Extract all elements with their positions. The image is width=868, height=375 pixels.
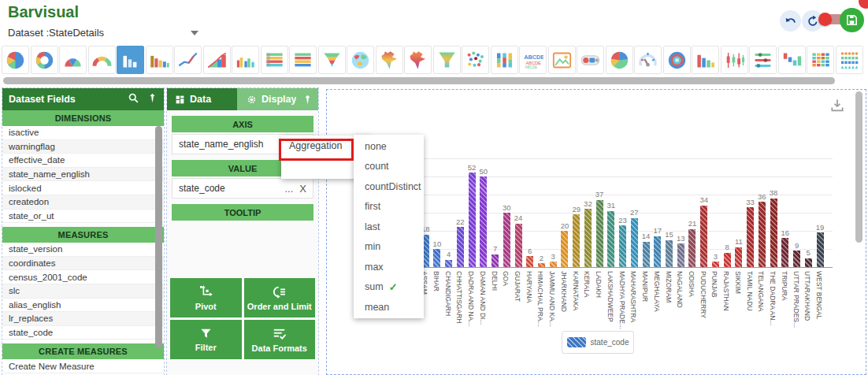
- bar-uttarakhand[interactable]: [805, 258, 812, 268]
- bar-delhi[interactable]: [491, 254, 499, 267]
- donut-chart-icon[interactable]: [31, 46, 58, 74]
- striped-table-chart-icon[interactable]: [261, 46, 288, 74]
- submenu-item-first[interactable]: first: [354, 197, 424, 217]
- bar-puducherry[interactable]: [700, 206, 707, 267]
- submenu-item-mean[interactable]: mean: [354, 297, 424, 317]
- field-item-slc[interactable]: slc: [2, 284, 164, 299]
- bar-dadra-and-na-[interactable]: [469, 173, 476, 267]
- field-item-state_or_ut[interactable]: state_or_ut: [2, 210, 164, 224]
- field-item-state_name_english[interactable]: state_name_english: [2, 168, 164, 182]
- heat-table-chart-icon[interactable]: [807, 46, 834, 74]
- field-item-lr_replaces[interactable]: lr_replaces: [2, 312, 164, 326]
- bar-tripura[interactable]: [781, 238, 788, 267]
- bar-manipur[interactable]: [643, 242, 650, 267]
- tab-display[interactable]: Display: [237, 88, 296, 110]
- scatter-plot-chart-icon[interactable]: [462, 46, 489, 74]
- field-item-warningflag[interactable]: warningflag: [2, 140, 164, 154]
- submenu-item-max[interactable]: max: [354, 257, 424, 277]
- undo-button[interactable]: [780, 10, 801, 32]
- bar-chart-2-icon[interactable]: [692, 46, 719, 74]
- field-item-createdon[interactable]: createdon: [2, 195, 164, 210]
- field-item-state_code[interactable]: state_code: [2, 326, 164, 340]
- bar-madhya-prade-[interactable]: [619, 225, 626, 267]
- bar-gujarat[interactable]: [515, 224, 522, 267]
- pie-chart-icon[interactable]: [2, 46, 29, 74]
- field-item-effective_date[interactable]: effective_date: [2, 154, 164, 168]
- field-item-state_version[interactable]: state_version: [2, 243, 164, 257]
- bar-karnataka[interactable]: [573, 214, 580, 267]
- bar-chandigarh[interactable]: [445, 260, 452, 267]
- submenu-item-min[interactable]: min: [354, 237, 424, 258]
- chart-scrollbar[interactable]: [855, 91, 862, 243]
- panel-pin-icon[interactable]: [296, 88, 318, 110]
- bar-himachal-pra-[interactable]: [538, 263, 545, 267]
- grouped-column-chart-icon[interactable]: [232, 46, 259, 74]
- chart-legend[interactable]: state_code: [562, 331, 634, 354]
- semi-pie-chart-icon[interactable]: [59, 46, 87, 74]
- waterfall-chart-icon[interactable]: [778, 46, 806, 74]
- value-field-row[interactable]: state_code ... X: [172, 178, 313, 199]
- india-map-chart-icon[interactable]: [376, 46, 403, 74]
- india-map-chart-2-icon[interactable]: [404, 46, 432, 74]
- image-chart-icon[interactable]: [548, 46, 576, 74]
- world-map-chart-icon[interactable]: [347, 46, 374, 74]
- line-chart-icon[interactable]: [174, 46, 202, 74]
- bar-lakshadweep[interactable]: [607, 211, 614, 267]
- pie-chart-2-icon[interactable]: [606, 46, 633, 74]
- field-item-alias_english[interactable]: alias_english: [2, 299, 164, 313]
- pivot-button[interactable]: Pivot: [170, 278, 242, 317]
- bar-odisha[interactable]: [688, 229, 696, 267]
- chevron-down-icon[interactable]: [191, 31, 198, 35]
- bar-jammu-and-ka-[interactable]: [550, 262, 557, 267]
- bar-ladakh[interactable]: [596, 200, 603, 267]
- bar-bihar[interactable]: [433, 249, 440, 267]
- sidebar-scrollbar[interactable]: [155, 126, 162, 348]
- data-formats-button[interactable]: Data Formats: [244, 320, 316, 359]
- dataset-selector[interactable]: Dataset :StateDetails: [8, 27, 198, 39]
- gauge-arc-chart-icon[interactable]: [88, 46, 116, 74]
- download-icon[interactable]: [829, 98, 845, 117]
- search-icon[interactable]: [128, 92, 139, 106]
- bar-chhattisgarh[interactable]: [457, 227, 464, 267]
- order-and-limit-button[interactable]: Order and Limit: [244, 278, 316, 317]
- bar-punjab[interactable]: [712, 262, 719, 267]
- word-cloud-chart-icon[interactable]: ABCDEABCDEABCDE: [519, 46, 547, 74]
- tab-data[interactable]: Data: [167, 88, 237, 110]
- field-item-islocked[interactable]: islocked: [2, 181, 164, 195]
- horizontal-bar-chart-icon[interactable]: [289, 46, 317, 74]
- submenu-item-last[interactable]: last: [354, 217, 424, 237]
- area-chart-icon[interactable]: [203, 46, 231, 74]
- submenu-item-sum[interactable]: sum✓: [354, 277, 424, 298]
- bar-mizoram[interactable]: [666, 240, 673, 268]
- bar-uttar-prades-[interactable]: [793, 251, 800, 267]
- speedometer-gauge-chart-icon[interactable]: [634, 46, 662, 74]
- more-options-icon[interactable]: ...: [284, 183, 293, 195]
- candlestick-chart-icon[interactable]: [721, 46, 748, 74]
- concentric-rings-chart-icon[interactable]: [663, 46, 691, 74]
- bar-jharkhand[interactable]: [561, 231, 568, 267]
- bar-haryana[interactable]: [526, 256, 533, 267]
- filter-button[interactable]: Filter: [170, 320, 242, 359]
- save-button[interactable]: [840, 8, 864, 32]
- bar-kerala[interactable]: [584, 209, 592, 267]
- pin-icon[interactable]: [147, 93, 158, 106]
- bar-daman-and-di-[interactable]: [480, 176, 487, 267]
- bar-tamil-nadu[interactable]: [747, 207, 754, 267]
- bar-sikkim[interactable]: [735, 247, 742, 267]
- funnel-chart-icon[interactable]: [318, 46, 346, 74]
- bar-chart-icon[interactable]: [117, 46, 144, 74]
- stacked-column-chart-icon[interactable]: [491, 46, 518, 74]
- bar-west-bengal[interactable]: [817, 232, 824, 267]
- field-item-census_2001_code[interactable]: census_2001_code: [2, 270, 164, 284]
- pictogram-chart-icon[interactable]: [836, 46, 863, 74]
- kpi-card-chart-icon[interactable]: [577, 46, 604, 74]
- bar-telangana[interactable]: [759, 202, 766, 267]
- remove-field-icon[interactable]: X: [299, 183, 306, 195]
- slider-bars-chart-icon[interactable]: [749, 46, 777, 74]
- horizontal-scrollbar[interactable]: [3, 77, 835, 84]
- submenu-item-none[interactable]: none: [354, 136, 424, 157]
- bar-nagaland[interactable]: [677, 243, 684, 267]
- bar-goa[interactable]: [503, 213, 510, 267]
- field-item-isactive[interactable]: isactive: [2, 126, 164, 140]
- submenu-item-countDistinct[interactable]: countDistinct: [354, 176, 424, 197]
